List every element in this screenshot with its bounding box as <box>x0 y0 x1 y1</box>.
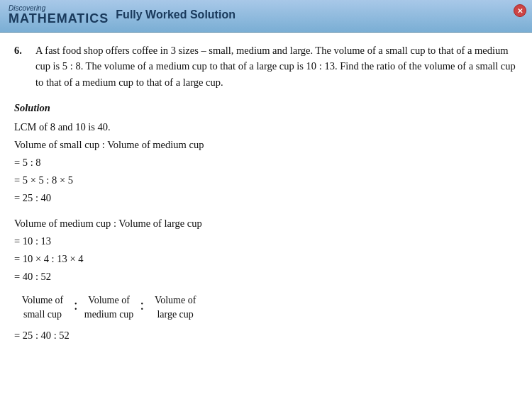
problem-text: A fast food shop offers coffee in 3 size… <box>35 43 518 90</box>
ratio-col-small-line1: Volume of <box>22 293 63 308</box>
close-button[interactable]: ✕ <box>514 4 526 17</box>
colon-2: : <box>140 293 145 315</box>
ratio-col-medium: Volume of medium cup <box>81 293 138 321</box>
ratio-table: Volume of small cup : Volume of medium c… <box>14 293 518 321</box>
solution-label: Solution <box>14 100 518 116</box>
final-answer: = 25 : 40 : 52 <box>14 327 518 344</box>
block-final-ratio: Volume of small cup : Volume of medium c… <box>14 293 518 343</box>
page-title: Fully Worked Solution <box>116 9 235 21</box>
ratio-eq5: = 10 × 4 : 13 × 4 <box>14 251 518 267</box>
ratio-eq1: = 5 : 8 <box>14 154 518 171</box>
main-content: 6. A fast food shop offers coffee in 3 s… <box>0 33 532 362</box>
block-medium-large: Volume of medium cup : Volume of large c… <box>14 215 518 286</box>
medium-large-ratio-label: Volume of medium cup : Volume of large c… <box>14 215 518 232</box>
ratio-col-large-line2: large cup <box>157 308 193 322</box>
solution-section: Solution LCM of 8 and 10 is 40. Volume o… <box>14 100 518 344</box>
problem-number: 6. <box>14 43 28 90</box>
problem-row: 6. A fast food shop offers coffee in 3 s… <box>14 43 518 90</box>
ratio-col-medium-line2: medium cup <box>84 308 134 322</box>
ratio-eq2: = 5 × 5 : 8 × 5 <box>14 172 518 189</box>
ratio-col-small: Volume of small cup <box>14 293 71 321</box>
ratio-col-large-line1: Volume of <box>155 293 196 308</box>
ratio-col-small-line2: small cup <box>23 308 62 322</box>
brand-main: MATHEMATICS <box>9 12 109 26</box>
ratio-eq6: = 40 : 52 <box>14 269 518 285</box>
small-medium-ratio-label: Volume of small cup : Volume of medium c… <box>14 137 518 153</box>
ratio-col-medium-line1: Volume of <box>88 293 129 308</box>
colon-1: : <box>74 293 78 315</box>
brand: Discovering MATHEMATICS <box>9 4 109 26</box>
ratio-col-large: Volume of large cup <box>147 293 204 321</box>
header: Discovering MATHEMATICS Fully Worked Sol… <box>0 0 532 33</box>
solution-body: LCM of 8 and 10 is 40. Volume of small c… <box>14 119 518 344</box>
lcm-line: LCM of 8 and 10 is 40. <box>14 119 518 135</box>
ratio-eq3: = 25 : 40 <box>14 190 518 206</box>
ratio-eq4: = 10 : 13 <box>14 233 518 249</box>
block-lcm: LCM of 8 and 10 is 40. Volume of small c… <box>14 119 518 207</box>
